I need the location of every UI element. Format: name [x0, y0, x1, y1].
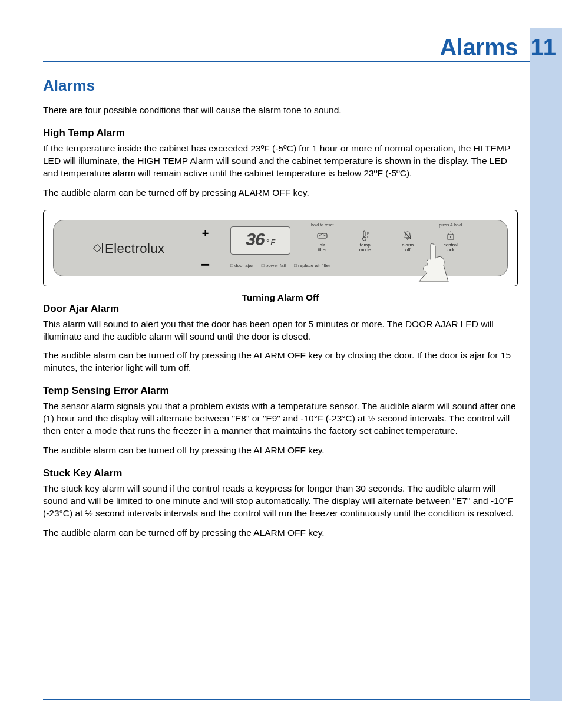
- stuck-key-p2: The audible alarm can be turned off by p…: [43, 527, 518, 539]
- control-lock-button: press & hold control lock: [436, 223, 465, 253]
- stuck-key-heading: Stuck Key Alarm: [43, 467, 518, 479]
- stuck-key-p1: The stuck key alarm will sound if the co…: [43, 483, 518, 520]
- intro-text: There are four possible conditions that …: [43, 104, 518, 117]
- hint-text: press & hold: [436, 223, 465, 229]
- door-ajar-p2: The audible alarm can be turned off by p…: [43, 350, 518, 374]
- thermometer-icon: FC: [359, 230, 371, 242]
- high-temp-p2: The audible alarm can be turned off by p…: [43, 187, 518, 199]
- svg-rect-0: [318, 233, 327, 238]
- page-number: 11: [531, 34, 556, 61]
- indicator-power-fail: power fail: [262, 263, 286, 268]
- high-temp-heading: High Temp Alarm: [43, 127, 518, 139]
- temp-display: 36°F: [230, 226, 290, 255]
- minus-icon: −: [201, 257, 210, 272]
- filter-icon: [316, 230, 328, 242]
- door-ajar-heading: Door Ajar Alarm: [43, 303, 518, 315]
- hint-text: [393, 223, 422, 229]
- rule-top: [43, 61, 530, 62]
- svg-point-5: [407, 238, 409, 239]
- figure-caption: Turning Alarm Off: [43, 292, 518, 303]
- svg-rect-1: [363, 231, 365, 237]
- temp-sensing-heading: Temp Sensing Error Alarm: [43, 385, 518, 397]
- panel-buttons: hold to reset air filter FC temp mode: [301, 223, 472, 253]
- button-label: air filter: [308, 243, 337, 253]
- control-panel-figure: Electrolux + − 36°F door ajar power fail…: [43, 210, 518, 286]
- svg-point-2: [362, 237, 366, 241]
- temp-mode-button: FC temp mode: [351, 223, 380, 253]
- temp-sensing-p2: The audible alarm can be turned off by p…: [43, 444, 518, 457]
- hint-text: [351, 223, 380, 229]
- high-temp-p1: If the temperature inside the cabinet ha…: [43, 143, 518, 180]
- indicator-replace-filter: replace air filter: [294, 263, 330, 268]
- page-title: Alarms: [439, 34, 518, 61]
- brand-text: Electrolux: [105, 241, 165, 256]
- air-filter-button: hold to reset air filter: [308, 223, 337, 253]
- button-label: temp mode: [351, 243, 380, 253]
- plus-icon: +: [201, 228, 210, 239]
- section-heading: Alarms: [43, 77, 518, 95]
- side-tab: [530, 28, 562, 701]
- door-ajar-p1: This alarm will sound to alert you that …: [43, 318, 518, 343]
- indicator-door-ajar: door ajar: [230, 263, 253, 268]
- hint-text: hold to reset: [308, 223, 337, 229]
- panel-face: Electrolux + − 36°F door ajar power fail…: [53, 220, 508, 276]
- brand-logo: Electrolux: [92, 241, 165, 256]
- bell-off-icon: [402, 230, 414, 242]
- electrolux-icon: [92, 243, 103, 253]
- svg-point-8: [450, 236, 451, 238]
- alarm-off-button: alarm off: [393, 223, 422, 253]
- lock-icon: [445, 230, 457, 242]
- button-label: control lock: [436, 243, 465, 253]
- temp-unit: °F: [266, 238, 276, 248]
- content: Alarms There are four possible condition…: [43, 77, 518, 546]
- button-label: alarm off: [393, 243, 422, 253]
- manual-page: 11 Alarms Alarms There are four possible…: [0, 0, 562, 728]
- status-indicators: door ajar power fail replace air filter: [230, 263, 330, 268]
- rule-bottom: [43, 699, 530, 700]
- temp-value: 36: [246, 230, 265, 251]
- svg-text:C: C: [367, 235, 369, 239]
- temp-adjust: + −: [201, 228, 210, 272]
- temp-sensing-p1: The sensor alarm signals you that a prob…: [43, 400, 518, 437]
